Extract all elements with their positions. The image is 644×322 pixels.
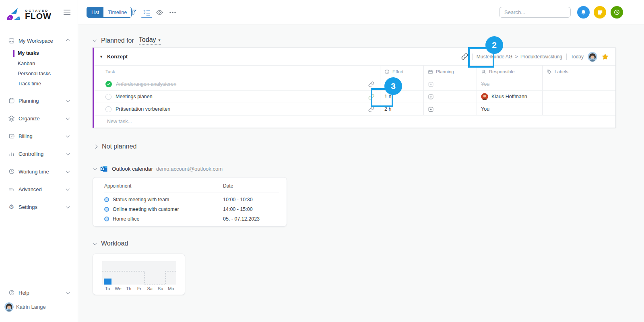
column-task[interactable]: Task [94, 66, 380, 78]
more-options-icon[interactable] [169, 11, 176, 14]
workload-day-labels: TuWeThFrSaSuMo [102, 286, 176, 291]
bar-chart-icon [8, 151, 15, 157]
outlook-calendar-header[interactable]: Outlook calendar demo.account@outlook.co… [93, 165, 223, 173]
favorite-star-icon[interactable] [601, 53, 609, 60]
group-link-icon[interactable] [461, 53, 468, 60]
layers-icon [8, 115, 15, 122]
workload-card[interactable]: TuWeThFrSaSuMo [93, 254, 185, 295]
group-name: Konzept [107, 54, 128, 60]
outlook-table-header: Appointment Date [104, 183, 279, 192]
sidebar-item-billing[interactable]: Billing [0, 131, 78, 141]
expand-triangle-icon[interactable]: ▼ [99, 55, 103, 59]
planning-cell[interactable] [423, 103, 477, 115]
table-row[interactable]: Anforderungen analysieren You [94, 78, 615, 90]
planned-for-header[interactable]: Planned for Today ▾ [93, 36, 161, 45]
sidebar-item-track-time[interactable]: Track time [18, 81, 41, 87]
period-dropdown[interactable]: Today ▾ [139, 36, 161, 45]
view-toggle-timeline[interactable]: Timeline [103, 7, 131, 17]
task-done-icon[interactable] [105, 81, 112, 87]
user-menu[interactable]: Katrin Lange [0, 301, 78, 312]
breadcrumb-project[interactable]: Produktentwicklung [520, 54, 562, 60]
sidebar-item-settings[interactable]: ⚙ Settings [0, 202, 78, 212]
workload-label: Workload [101, 240, 128, 247]
filter-icon[interactable] [130, 8, 137, 16]
responsible-cell[interactable]: You [477, 103, 542, 115]
task-checkbox[interactable] [105, 106, 111, 112]
table-row[interactable]: Präsentation vorbereiten 2 h You [94, 103, 615, 115]
appointment-row[interactable]: Online meeting with customer 14:00 - 15:… [104, 204, 279, 214]
task-checkbox[interactable] [105, 94, 111, 100]
time-tracking-button[interactable] [611, 6, 623, 19]
plan-into-day-icon[interactable] [428, 106, 434, 112]
sidebar-item-personal-tasks[interactable]: Personal tasks [18, 71, 51, 76]
task-title[interactable]: Präsentation vorbereiten [116, 106, 170, 112]
sidebar-item-planning[interactable]: Planning [0, 95, 78, 106]
new-task-input[interactable]: New task... [94, 115, 615, 127]
task-title[interactable]: Anforderungen analysieren [116, 81, 176, 87]
group-header[interactable]: ▼ Konzept Musterkunde AG > Produktentwic… [94, 48, 615, 66]
chevron-down-icon [66, 98, 70, 102]
tutorial-step-badge-2: 2 [485, 36, 503, 54]
planning-cell[interactable] [423, 91, 477, 103]
chevron-down-icon [66, 290, 70, 294]
topbar: List Timeline [78, 0, 644, 25]
breadcrumb-separator: > [515, 54, 518, 60]
workload-day-label: Mo [166, 286, 176, 291]
task-group-card: ▼ Konzept Musterkunde AG > Produktentwic… [93, 47, 616, 128]
appointment-dot-icon [104, 217, 109, 221]
sidebar-item-controlling[interactable]: Controlling [0, 149, 78, 159]
active-tool-indicator [141, 17, 152, 18]
sidebar-item-kanban[interactable]: Kanban [18, 61, 35, 66]
workload-header[interactable]: Workload [93, 240, 128, 247]
view-toggle: List Timeline [87, 7, 132, 18]
search-input[interactable] [504, 9, 575, 15]
appointment-title: Status meeting with team [113, 197, 169, 202]
responsible-cell[interactable]: You [477, 78, 542, 90]
plan-into-day-icon[interactable] [428, 81, 434, 87]
search-box [499, 7, 571, 18]
avatar [481, 93, 488, 100]
column-effort[interactable]: Effort [380, 66, 423, 78]
labels-cell[interactable] [542, 78, 615, 90]
task-title[interactable]: Meetings planen [116, 94, 153, 99]
clock-icon [613, 9, 620, 16]
app-logo[interactable]: OCTAVED FLOW [6, 6, 52, 23]
workload-day-label: Sa [144, 286, 155, 291]
chevron-down-icon [66, 204, 70, 208]
column-labels[interactable]: Labels [542, 66, 615, 78]
sidebar-item-my-workspace[interactable]: My Workspace [0, 35, 78, 46]
chevron-down-icon [66, 187, 70, 191]
divider [566, 54, 567, 60]
not-planned-header[interactable]: Not planned [94, 143, 136, 150]
sidebar-item-label: Help [19, 290, 29, 296]
planning-cell[interactable] [423, 78, 477, 90]
plan-into-day-icon[interactable] [428, 94, 434, 100]
workload-day-label: Th [124, 286, 134, 291]
appointment-row[interactable]: Status meeting with team 10:00 - 10:30 [104, 195, 279, 204]
note-icon [597, 10, 603, 15]
notes-button[interactable] [594, 6, 606, 19]
sidebar-item-my-tasks[interactable]: My tasks [18, 50, 39, 56]
group-avatar[interactable] [588, 52, 597, 62]
view-toggle-list[interactable]: List [87, 7, 103, 17]
checklist-icon[interactable] [142, 8, 151, 17]
labels-cell[interactable] [542, 103, 615, 115]
notifications-button[interactable] [577, 6, 590, 19]
table-row[interactable]: Meetings planen 1 h [94, 90, 615, 103]
sidebar-item-help[interactable]: Help [0, 287, 78, 298]
appointment-row[interactable]: Home office 05. - 07.12.2023 [104, 214, 279, 224]
sidebar-item-label: My Workspace [19, 38, 53, 44]
labels-cell[interactable] [542, 91, 615, 103]
column-date: Date [223, 183, 279, 189]
responsible-cell[interactable]: Klaus Hoffmann [477, 91, 542, 103]
sidebar-item-label: Organize [19, 116, 40, 122]
menu-toggle-icon[interactable] [64, 10, 70, 17]
sidebar-item-advanced[interactable]: Advanced [0, 184, 78, 194]
workload-day-label: Tu [102, 286, 113, 291]
sidebar-item-organize[interactable]: Organize [0, 113, 78, 124]
period-value: Today [139, 36, 156, 43]
sidebar-item-working-time[interactable]: Working time [0, 166, 78, 177]
outlook-title: Outlook calendar [112, 166, 153, 172]
sidebar: OCTAVED FLOW My Workspace My tasks Kanba… [0, 0, 78, 322]
eye-icon[interactable] [156, 9, 163, 16]
